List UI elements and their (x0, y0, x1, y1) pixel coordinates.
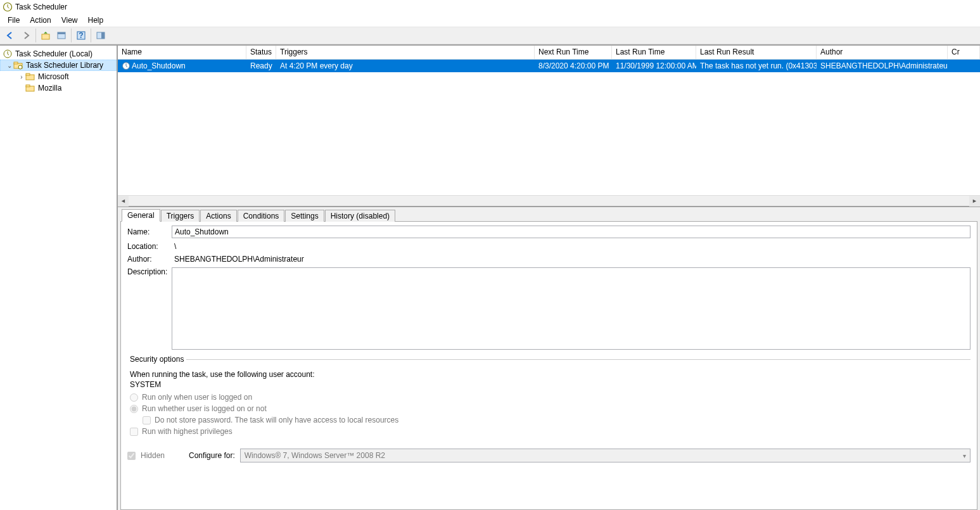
toolbar-separator-2 (71, 29, 72, 42)
svg-rect-15 (26, 85, 30, 87)
task-row[interactable]: Auto_Shutdown Ready At 4:20 PM every day… (118, 60, 980, 72)
col-last-run[interactable]: Last Run Time (612, 46, 696, 59)
value-author: SHEBANGTHEDOLPH\Administrateur (172, 255, 304, 264)
tree-library[interactable]: ⌄ Task Scheduler Library (0, 60, 117, 71)
security-title: Security options (127, 355, 186, 364)
window-title: Task Scheduler (15, 3, 67, 11)
toolbar-separator (35, 29, 36, 42)
dropdown-configure-for: Windows® 7, Windows Server™ 2008 R2 ▾ (240, 449, 970, 462)
folder-icon (25, 72, 35, 82)
opt-highest-priv: Run with highest privileges (130, 427, 970, 436)
tab-general[interactable]: General (122, 209, 160, 222)
row-location: Location: \ (127, 242, 970, 251)
scroll-left-icon[interactable]: ◄ (118, 196, 129, 207)
content-area: Name Status Triggers Next Run Time Last … (118, 46, 980, 510)
input-name-value: Auto_Shutdown (175, 227, 229, 236)
label-name: Name: (127, 227, 172, 236)
opt-run-logged-off: Run whether user is logged on or not (130, 404, 970, 413)
radio-run-logged-on (130, 393, 138, 402)
task-last-result: The task has not yet run. (0x41303) (696, 61, 817, 71)
task-status: Ready (246, 61, 276, 71)
col-author[interactable]: Author (817, 46, 948, 59)
chevron-down-icon: ▾ (963, 452, 966, 459)
toolbar-separator-3 (91, 29, 91, 42)
row-author: Author: SHEBANGTHEDOLPH\Administrateur (127, 255, 970, 264)
radio-run-logged-off (130, 405, 138, 413)
expander-icon[interactable]: › (18, 73, 25, 80)
expander-icon[interactable]: ⌄ (6, 62, 13, 69)
task-list-body[interactable]: Auto_Shutdown Ready At 4:20 PM every day… (118, 60, 980, 195)
col-status[interactable]: Status (246, 46, 276, 59)
tab-history[interactable]: History (disabled) (325, 210, 395, 222)
task-list: Name Status Triggers Next Run Time Last … (118, 46, 980, 207)
tree-root[interactable]: Task Scheduler (Local) (0, 48, 117, 60)
tab-general-body: Name: Auto_Shutdown Location: \ Author: … (120, 221, 977, 510)
tab-settings[interactable]: Settings (285, 210, 324, 222)
col-name[interactable]: Name (118, 46, 246, 59)
tree-mozilla-label: Mozilla (38, 84, 61, 92)
svg-rect-10 (14, 62, 18, 64)
label-location: Location: (127, 242, 172, 251)
tree-mozilla[interactable]: Mozilla (0, 82, 117, 94)
task-created-cell (948, 65, 980, 67)
label-no-store-pwd: Do not store password. The task will onl… (155, 416, 398, 424)
tree-library-label: Task Scheduler Library (26, 61, 103, 70)
check-hidden (127, 452, 136, 460)
col-triggers[interactable]: Triggers (276, 46, 535, 59)
up-button[interactable] (38, 28, 53, 43)
label-author: Author: (127, 255, 172, 264)
input-name[interactable]: Auto_Shutdown (172, 226, 970, 238)
label-run-logged-on: Run only when user is logged on (142, 393, 252, 402)
task-scheduler-icon (3, 49, 13, 59)
svg-rect-13 (26, 73, 30, 75)
action-pane-button[interactable] (93, 28, 108, 43)
title-bar: Task Scheduler (0, 0, 980, 14)
task-last-run: 11/30/1999 12:00:00 AM (612, 61, 696, 71)
main-area: Task Scheduler (Local) ⌄ Task Scheduler … (0, 44, 980, 510)
task-name: Auto_Shutdown (132, 61, 186, 70)
menu-file[interactable]: File (4, 15, 23, 26)
tree-root-label: Task Scheduler (Local) (15, 49, 92, 58)
task-icon (122, 61, 130, 70)
col-next-run[interactable]: Next Run Time (535, 46, 612, 59)
menu-view[interactable]: View (58, 15, 82, 26)
security-line: When running the task, use the following… (130, 370, 970, 379)
h-scrollbar[interactable]: ◄ ► (118, 195, 980, 206)
tab-conditions[interactable]: Conditions (238, 210, 285, 222)
label-description: Description: (127, 267, 172, 276)
menu-help[interactable]: Help (84, 15, 108, 26)
col-last-result[interactable]: Last Run Result (696, 46, 817, 59)
svg-rect-3 (58, 32, 65, 34)
row-description: Description: (127, 267, 970, 350)
svg-point-11 (18, 65, 22, 69)
label-configure-for: Configure for: (189, 451, 235, 460)
tab-actions[interactable]: Actions (200, 210, 236, 222)
scroll-right-icon[interactable]: ► (969, 196, 980, 207)
task-trigger: At 4:20 PM every day (276, 61, 535, 71)
label-highest-priv: Run with highest privileges (142, 427, 232, 436)
nav-forward-button[interactable] (18, 28, 34, 43)
menu-action[interactable]: Action (26, 15, 54, 26)
col-created[interactable]: Cr (948, 46, 980, 59)
properties-button[interactable] (54, 28, 69, 43)
label-run-logged-off: Run whether user is logged on or not (142, 404, 267, 413)
task-author: SHEBANGTHEDOLPH\Administrateur (817, 61, 948, 71)
security-account: SYSTEM (130, 380, 970, 389)
folder-icon (25, 83, 35, 93)
svg-rect-7 (101, 32, 105, 39)
nav-back-button[interactable] (3, 28, 18, 43)
input-description[interactable] (172, 267, 970, 350)
tab-triggers[interactable]: Triggers (161, 210, 200, 222)
footer-row: Hidden Configure for: Windows® 7, Window… (127, 449, 970, 462)
svg-text:?: ? (79, 31, 83, 40)
help-button[interactable]: ? (73, 28, 89, 43)
check-highest-priv (130, 428, 138, 436)
check-no-store-pwd (143, 416, 151, 424)
tree-microsoft[interactable]: › Microsoft (0, 71, 117, 82)
toolbar: ? (0, 27, 980, 44)
row-name: Name: Auto_Shutdown (127, 226, 970, 238)
dropdown-configure-for-value: Windows® 7, Windows Server™ 2008 R2 (245, 451, 385, 460)
tree-microsoft-label: Microsoft (38, 72, 69, 81)
opt-no-store-pwd: Do not store password. The task will onl… (143, 416, 970, 424)
label-hidden: Hidden (141, 451, 165, 460)
